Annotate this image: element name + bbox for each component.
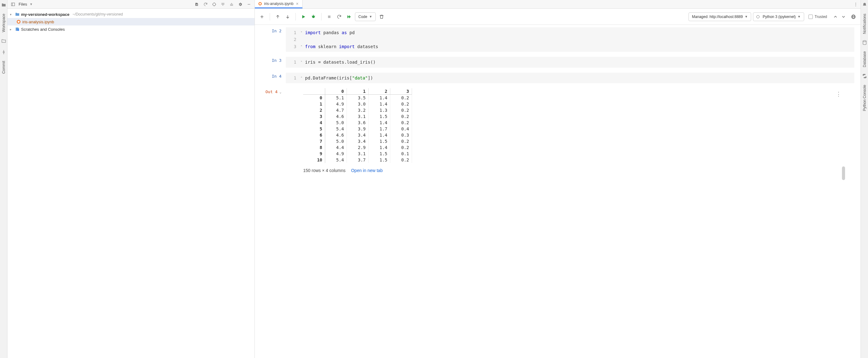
dropdown-caret-icon[interactable]: ▼ bbox=[29, 2, 33, 6]
add-cell-icon[interactable] bbox=[258, 13, 266, 21]
code-area[interactable]: 1▸pd.DataFrame(iris["data"]) bbox=[286, 73, 855, 83]
settings-icon[interactable] bbox=[237, 1, 243, 7]
table-cell: 4.9 bbox=[325, 150, 347, 157]
rail-python-console[interactable]: Python Console bbox=[862, 85, 867, 111]
prev-icon[interactable] bbox=[831, 13, 839, 21]
table-row[interactable]: 55.43.91.70.4 bbox=[303, 126, 412, 132]
table-row[interactable]: 34.63.11.50.2 bbox=[303, 113, 412, 119]
cell-type-dropdown[interactable]: Code ▼ bbox=[355, 12, 376, 21]
fold-icon[interactable] bbox=[301, 36, 304, 43]
trusted-toggle[interactable]: Trusted bbox=[808, 15, 827, 19]
run-cell-icon[interactable] bbox=[300, 13, 308, 21]
fold-icon[interactable]: ▸ bbox=[301, 29, 304, 36]
database-icon[interactable] bbox=[862, 40, 867, 45]
chevron-right-icon[interactable]: ▸ bbox=[10, 28, 13, 31]
table-cell: 3.5 bbox=[347, 94, 368, 101]
table-cell: 0.3 bbox=[390, 132, 412, 138]
more-tabs-icon[interactable]: ⋮ bbox=[852, 1, 859, 7]
stop-icon[interactable] bbox=[325, 13, 333, 21]
scrollbar-thumb[interactable] bbox=[842, 166, 845, 180]
expand-all-icon[interactable] bbox=[220, 1, 226, 7]
add-file-icon[interactable] bbox=[194, 1, 200, 7]
svg-point-26 bbox=[312, 16, 315, 18]
tree-item-notebook[interactable]: iris-analysis.ipynb bbox=[7, 18, 254, 25]
delete-cell-icon[interactable] bbox=[378, 13, 385, 21]
kernel-dropdown[interactable]: Python 3 (ipykernel) ▼ bbox=[753, 12, 804, 21]
output-more-icon[interactable]: ⋮ bbox=[836, 91, 842, 98]
table-row[interactable]: 05.13.51.40.2 bbox=[303, 94, 412, 101]
input-prompt: In 4 bbox=[255, 73, 286, 83]
table-row[interactable]: 24.73.21.30.2 bbox=[303, 107, 412, 113]
rail-commit[interactable]: Commit bbox=[2, 61, 6, 74]
column-header[interactable]: 0 bbox=[325, 88, 347, 95]
line-number: 2 bbox=[289, 36, 297, 43]
tree-scratches[interactable]: ▸ Scratches and Consoles bbox=[7, 25, 254, 33]
column-header[interactable]: 3 bbox=[390, 88, 412, 95]
table-cell: 0.2 bbox=[390, 113, 412, 119]
table-cell: 3.4 bbox=[347, 132, 368, 138]
input-prompt: In 3 bbox=[255, 57, 286, 67]
fold-icon[interactable]: ▸ bbox=[301, 59, 304, 65]
row-index: 6 bbox=[303, 132, 325, 138]
table-corner bbox=[303, 88, 325, 95]
table-row[interactable]: 105.43.71.50.2 bbox=[303, 157, 412, 163]
checkbox-icon[interactable] bbox=[808, 15, 813, 19]
server-dropdown[interactable]: Managed: http://localhost:8889 ▼ bbox=[688, 12, 751, 21]
table-row[interactable]: 14.93.01.40.2 bbox=[303, 101, 412, 107]
globe-icon[interactable] bbox=[849, 13, 858, 21]
move-down-icon[interactable] bbox=[284, 13, 292, 21]
open-new-tab-link[interactable]: Open in new tab bbox=[351, 168, 382, 173]
bell-icon[interactable] bbox=[862, 2, 867, 7]
scratches-icon bbox=[15, 27, 20, 32]
column-header[interactable]: 2 bbox=[368, 88, 390, 95]
table-cell: 1.3 bbox=[368, 107, 390, 113]
next-icon[interactable] bbox=[839, 13, 847, 21]
collapse-all-icon[interactable] bbox=[228, 1, 235, 7]
tree-root[interactable]: ▾ my-versioned-workspace ~/Documents/git… bbox=[7, 10, 254, 18]
run-all-icon[interactable] bbox=[345, 13, 353, 21]
svg-point-17 bbox=[259, 3, 261, 5]
fold-icon[interactable]: ▸ bbox=[301, 75, 304, 81]
code-area[interactable]: 1▸import pandas as pd23▸from sklearn imp… bbox=[286, 27, 855, 52]
target-icon[interactable] bbox=[211, 1, 217, 7]
code-cell[interactable]: In 31▸iris = datasets.load_iris() bbox=[255, 54, 861, 70]
code-text: from sklearn import datasets bbox=[305, 43, 378, 50]
table-cell: 5.0 bbox=[325, 138, 347, 144]
line-number: 3 bbox=[289, 43, 297, 50]
code-area[interactable]: 1▸iris = datasets.load_iris() bbox=[286, 57, 855, 67]
kernel-status-icon bbox=[756, 15, 760, 18]
code-cell[interactable]: In 21▸import pandas as pd23▸from sklearn… bbox=[255, 25, 861, 54]
debug-cell-icon[interactable] bbox=[309, 13, 317, 21]
svg-line-28 bbox=[312, 16, 312, 16]
refresh-icon[interactable] bbox=[203, 1, 209, 7]
restart-icon[interactable] bbox=[335, 13, 343, 21]
table-row[interactable]: 94.93.11.50.1 bbox=[303, 150, 412, 157]
svg-point-6 bbox=[213, 3, 215, 6]
rail-database[interactable]: Database bbox=[862, 51, 867, 67]
chevron-down-icon[interactable]: ▾ bbox=[10, 13, 13, 16]
dataframe-footer: 150 rows × 4 columns Open in new tab bbox=[303, 168, 855, 173]
rail-workspace[interactable]: Workspace bbox=[2, 13, 6, 32]
table-row[interactable]: 75.03.41.50.2 bbox=[303, 138, 412, 144]
table-row[interactable]: 84.42.91.40.2 bbox=[303, 144, 412, 150]
tab-iris-analysis[interactable]: iris-analysis.ipynb × bbox=[255, 0, 303, 8]
table-row[interactable]: 45.03.61.40.2 bbox=[303, 119, 412, 126]
table-cell: 0.2 bbox=[390, 157, 412, 163]
collapse-output-icon[interactable]: ⌄ bbox=[279, 90, 281, 94]
panel-icon[interactable] bbox=[10, 1, 16, 7]
row-index: 4 bbox=[303, 119, 325, 126]
column-header[interactable]: 1 bbox=[347, 88, 368, 95]
table-cell: 1.5 bbox=[368, 138, 390, 144]
table-cell: 5.4 bbox=[325, 126, 347, 132]
code-cell[interactable]: In 41▸pd.DataFrame(iris["data"]) bbox=[255, 70, 861, 86]
row-index: 3 bbox=[303, 113, 325, 119]
python-icon[interactable] bbox=[862, 74, 867, 79]
minimize-icon[interactable] bbox=[246, 1, 252, 7]
fold-icon[interactable]: ▸ bbox=[301, 43, 304, 50]
rail-notifications[interactable]: Notifications bbox=[862, 13, 867, 34]
editor-tabs: iris-analysis.ipynb × ⋮ bbox=[255, 0, 861, 9]
table-row[interactable]: 64.63.41.40.3 bbox=[303, 132, 412, 138]
move-up-icon[interactable] bbox=[274, 13, 282, 21]
folder-icon bbox=[1, 2, 6, 7]
close-icon[interactable]: × bbox=[296, 1, 299, 6]
